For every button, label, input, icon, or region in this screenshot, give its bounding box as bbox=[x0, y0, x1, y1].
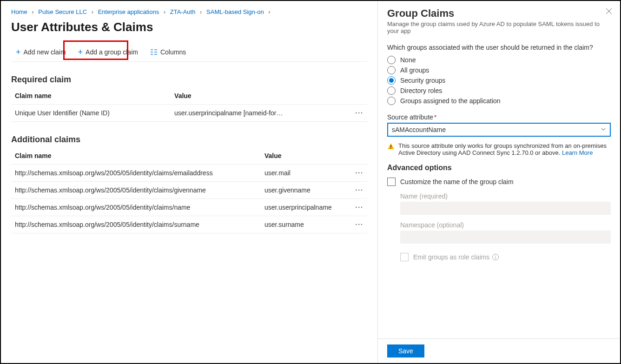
breadcrumb: Home › Pulse Secure LLC › Enterprise app… bbox=[11, 6, 367, 20]
claim-value-cell: user.surname bbox=[261, 216, 351, 233]
table-row[interactable]: http://schemas.xmlsoap.org/ws/2005/05/id… bbox=[11, 199, 367, 216]
breadcrumb-item[interactable]: Home bbox=[11, 8, 27, 15]
table-row[interactable]: http://schemas.xmlsoap.org/ws/2005/05/id… bbox=[11, 165, 367, 182]
plus-icon: + bbox=[16, 49, 21, 55]
claim-name-cell: http://schemas.xmlsoap.org/ws/2005/05/id… bbox=[11, 216, 261, 233]
button-label: Columns bbox=[160, 48, 186, 56]
checkbox-icon bbox=[387, 178, 396, 186]
chevron-down-icon bbox=[601, 126, 606, 133]
add-group-claim-button[interactable]: + Add a group claim bbox=[73, 46, 143, 59]
chevron-right-icon: › bbox=[29, 8, 36, 15]
source-attribute-label: Source attribute* bbox=[387, 113, 611, 121]
required-claims-table: Claim name Value Unique User Identifier … bbox=[11, 87, 367, 122]
radio-label: None bbox=[400, 56, 416, 64]
breadcrumb-item[interactable]: SAML-based Sign-on bbox=[206, 8, 264, 15]
close-button[interactable] bbox=[605, 7, 613, 17]
chevron-right-icon: › bbox=[161, 8, 168, 15]
table-row[interactable]: Unique User Identifier (Name ID)user.use… bbox=[11, 105, 367, 122]
column-header-name: Claim name bbox=[11, 87, 171, 105]
panel-title: Group Claims bbox=[387, 7, 611, 20]
radio-option-security-groups[interactable]: Security groups bbox=[387, 76, 611, 85]
columns-button[interactable]: Columns bbox=[145, 46, 191, 59]
select-value: sAMAccountName bbox=[392, 126, 446, 133]
group-claims-panel: Group Claims Manage the group claims use… bbox=[377, 1, 620, 363]
claim-name-cell: http://schemas.xmlsoap.org/ws/2005/05/id… bbox=[11, 182, 261, 199]
claim-value-cell: user.mail bbox=[261, 165, 351, 182]
additional-claims-title: Additional claims bbox=[11, 135, 367, 145]
additional-claims-table: Claim name Value http://schemas.xmlsoap.… bbox=[11, 147, 367, 233]
radio-label: All groups bbox=[400, 66, 429, 74]
panel-subtitle: Manage the group claims used by Azure AD… bbox=[387, 20, 611, 34]
row-actions-button[interactable]: ··· bbox=[351, 165, 367, 182]
radio-label: Directory roles bbox=[400, 87, 442, 94]
chevron-right-icon: › bbox=[89, 8, 96, 15]
checkbox-icon bbox=[400, 253, 409, 261]
customize-name-checkbox-row[interactable]: Customize the name of the group claim bbox=[387, 178, 611, 186]
row-actions-button[interactable]: ··· bbox=[351, 182, 367, 199]
info-icon[interactable]: i bbox=[492, 254, 499, 260]
namespace-field-label: Namespace (optional) bbox=[400, 221, 611, 229]
chevron-right-icon: › bbox=[197, 8, 205, 15]
column-header-name: Claim name bbox=[11, 147, 261, 165]
claim-name-cell: http://schemas.xmlsoap.org/ws/2005/05/id… bbox=[11, 199, 261, 216]
button-label: Add new claim bbox=[24, 48, 66, 56]
svg-rect-9 bbox=[390, 145, 391, 147]
button-label: Add a group claim bbox=[86, 48, 138, 56]
warning-icon bbox=[387, 143, 395, 152]
chevron-right-icon: › bbox=[265, 8, 273, 15]
radio-icon bbox=[387, 66, 396, 74]
radio-option-all-groups[interactable]: All groups bbox=[387, 66, 611, 74]
name-input bbox=[400, 202, 611, 215]
table-row[interactable]: http://schemas.xmlsoap.org/ws/2005/05/id… bbox=[11, 216, 367, 233]
table-row[interactable]: http://schemas.xmlsoap.org/ws/2005/05/id… bbox=[11, 182, 367, 199]
row-actions-button[interactable]: ··· bbox=[351, 216, 367, 233]
radio-label: Security groups bbox=[400, 77, 445, 84]
checkbox-label: Customize the name of the group claim bbox=[400, 178, 514, 185]
radio-option-none[interactable]: None bbox=[387, 56, 611, 64]
required-claim-title: Required claim bbox=[11, 75, 367, 85]
close-icon bbox=[605, 7, 613, 15]
columns-icon bbox=[150, 48, 158, 56]
row-actions-button[interactable]: ··· bbox=[351, 199, 367, 216]
save-button[interactable]: Save bbox=[387, 344, 424, 357]
breadcrumb-item[interactable]: Enterprise applications bbox=[98, 8, 159, 15]
page-title: User Attributes & Claims bbox=[11, 20, 367, 34]
add-new-claim-button[interactable]: + Add new claim bbox=[11, 46, 71, 59]
toolbar: + Add new claim + Add a group claim Colu… bbox=[11, 46, 367, 62]
column-header-value: Value bbox=[261, 147, 351, 165]
plus-icon: + bbox=[78, 49, 83, 55]
groups-question: Which groups associated with the user sh… bbox=[387, 44, 611, 51]
radio-icon bbox=[387, 56, 396, 64]
advanced-options-title: Advanced options bbox=[387, 164, 611, 172]
radio-option-assigned-groups[interactable]: Groups assigned to the application bbox=[387, 97, 611, 105]
row-actions-button[interactable]: ··· bbox=[351, 105, 367, 122]
emit-groups-checkbox-row: Emit groups as role claims i bbox=[400, 253, 611, 261]
name-field-label: Name (required) bbox=[400, 192, 611, 200]
warning-message: This source attribute only works for gro… bbox=[387, 142, 611, 156]
radio-label: Groups assigned to the application bbox=[400, 97, 501, 105]
claim-value-cell: user.givenname bbox=[261, 182, 351, 199]
claim-value-cell: user.userprincipalname bbox=[261, 199, 351, 216]
radio-icon bbox=[387, 76, 396, 85]
column-header-value: Value bbox=[171, 87, 351, 105]
namespace-input bbox=[400, 231, 611, 244]
learn-more-link[interactable]: Learn More bbox=[562, 149, 593, 156]
svg-rect-10 bbox=[390, 148, 391, 149]
emit-label: Emit groups as role claims bbox=[413, 253, 489, 261]
radio-icon bbox=[387, 97, 396, 105]
claim-name-cell: http://schemas.xmlsoap.org/ws/2005/05/id… bbox=[11, 165, 261, 182]
required-asterisk: * bbox=[434, 113, 436, 121]
radio-option-directory-roles[interactable]: Directory roles bbox=[387, 86, 611, 95]
claim-value-cell: user.userprincipalname [nameid-for… bbox=[171, 105, 351, 122]
breadcrumb-item[interactable]: Pulse Secure LLC bbox=[38, 8, 87, 15]
claim-name-cell: Unique User Identifier (Name ID) bbox=[11, 105, 171, 122]
source-attribute-select[interactable]: sAMAccountName bbox=[387, 123, 611, 137]
radio-icon bbox=[387, 86, 396, 95]
breadcrumb-item[interactable]: ZTA-Auth bbox=[170, 8, 196, 15]
